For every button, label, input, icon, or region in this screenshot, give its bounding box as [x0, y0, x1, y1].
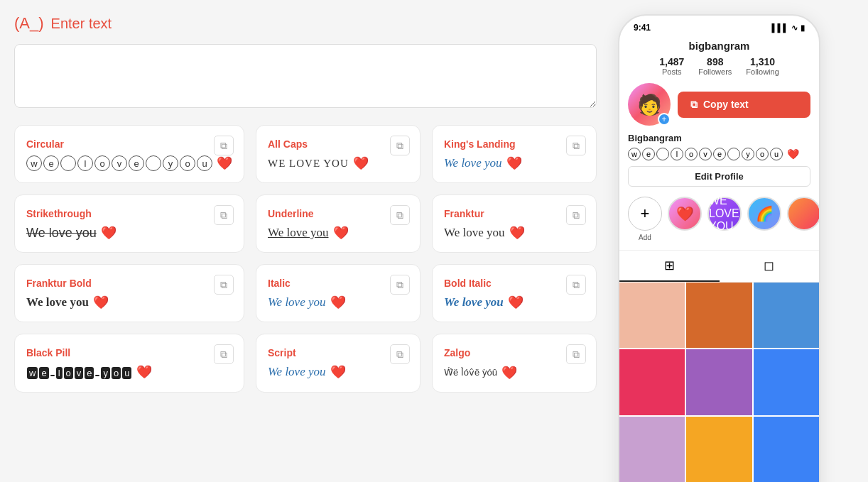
tab-tagged[interactable]: ◻ — [720, 251, 820, 282]
ig-grid-item-0[interactable] — [619, 283, 685, 348]
card-text-italic: We love you❤️ — [268, 295, 408, 310]
heart-icon-zalgo: ❤️ — [501, 365, 517, 380]
strikethrough-text: We love you — [26, 226, 97, 241]
edit-profile-button[interactable]: Edit Profile — [628, 166, 810, 187]
story-add[interactable]: + Add — [628, 197, 662, 241]
heart-icon-script: ❤️ — [330, 364, 346, 380]
all-caps-text: WE LOVE YOU — [268, 158, 349, 170]
copy-button-circular[interactable]: ⧉ — [214, 136, 234, 155]
ig-grid-item-7[interactable] — [686, 417, 752, 482]
add-story-button[interactable]: + — [628, 197, 662, 231]
ig-grid-item-4[interactable] — [686, 349, 752, 415]
heart-icon-bold-italic: ❤️ — [508, 295, 523, 310]
header: (A_) Enter text — [14, 14, 597, 33]
copy-button-zalgo[interactable]: ⧉ — [566, 344, 586, 364]
card-title-italic: Italic — [268, 278, 408, 289]
underline-text: We love you — [268, 226, 329, 240]
card-title-bold-italic: Bold Italic — [444, 278, 585, 289]
ig-username: bigbangram — [619, 35, 819, 56]
story-4[interactable] — [787, 197, 819, 241]
card-text-zalgo: Ẃ̂ë l̀óv̂ë ỳóû❤️ — [444, 364, 585, 380]
kings-landing-text: We love you — [444, 156, 502, 170]
add-story-label: Add — [639, 234, 651, 241]
story-3[interactable]: 🌈 — [747, 197, 781, 241]
ig-profile-row: 🧑 + ⧉ Copy text — [619, 83, 819, 133]
ig-grid-item-3[interactable] — [619, 349, 685, 415]
card-circular[interactable]: Circularwe love you❤️⧉ — [14, 125, 244, 183]
card-text-script: We love you❤️ — [268, 364, 408, 380]
copy-button-kings-landing[interactable]: ⧉ — [566, 136, 586, 155]
story-circle-2: WE LOVE YOU — [707, 197, 742, 231]
add-avatar-button[interactable]: + — [658, 113, 671, 126]
italic-text: We love you — [268, 295, 326, 310]
story-2[interactable]: WE LOVE YOU — [707, 197, 742, 241]
phone-mockup: 9:41 ▌▌▌ ∿ ▮ bigbangram 1,487Posts898Fol… — [618, 14, 820, 482]
card-grid: Circularwe love you❤️⧉All CapsWE LOVE YO… — [14, 125, 597, 393]
tab-grid[interactable]: ⊞ — [619, 251, 720, 282]
ig-grid-item-1[interactable] — [686, 283, 752, 348]
copy-button-franktur-bold[interactable]: ⧉ — [214, 275, 234, 295]
card-title-underline: Underline — [268, 208, 408, 219]
ig-stories: + Add ❤️ WE LOVE YOU 🌈 — [619, 194, 819, 250]
heart-icon-black-pill: ❤️ — [136, 364, 152, 380]
card-black-pill[interactable]: Black Pillwe love you❤️⧉ — [14, 334, 244, 393]
copy-text-button[interactable]: ⧉ Copy text — [678, 92, 810, 118]
bio-circular-text: we love you — [628, 148, 783, 160]
card-all-caps[interactable]: All CapsWE LOVE YOU❤️⧉ — [256, 125, 421, 183]
copy-button-underline[interactable]: ⧉ — [390, 205, 410, 225]
copy-button-bold-italic[interactable]: ⧉ — [566, 275, 586, 295]
ig-grid-item-6[interactable] — [619, 417, 685, 482]
card-text-circular: we love you❤️ — [26, 155, 232, 171]
card-text-strikethrough: We love you❤️ — [26, 225, 232, 241]
text-icon: (A_) — [14, 14, 44, 33]
card-script[interactable]: ScriptWe love you❤️⧉ — [256, 334, 421, 393]
heart-icon-strikethrough: ❤️ — [101, 225, 116, 241]
bold-italic-text: We love you — [444, 295, 504, 310]
page-title: Enter text — [51, 16, 112, 32]
franktur-text: We love you — [444, 226, 505, 240]
card-text-franktur-bold: We love you❤️ — [26, 295, 232, 310]
card-franktur[interactable]: FrankturWe love you❤️⧉ — [432, 195, 597, 253]
copy-button-italic[interactable]: ⧉ — [390, 275, 410, 295]
copy-button-script[interactable]: ⧉ — [390, 344, 410, 364]
heart-icon-underline: ❤️ — [333, 225, 349, 241]
copy-button-strikethrough[interactable]: ⧉ — [214, 205, 234, 225]
copy-button-black-pill[interactable]: ⧉ — [214, 344, 234, 364]
ig-grid-item-8[interactable] — [754, 417, 819, 482]
ig-bio: we love you ❤️ — [619, 146, 819, 166]
ig-tabs: ⊞ ◻ — [619, 250, 819, 283]
card-zalgo[interactable]: ZalgoẂ̂ë l̀óv̂ë ỳóû❤️⧉ — [432, 334, 597, 393]
card-title-circular: Circular — [26, 138, 232, 150]
status-bar: 9:41 ▌▌▌ ∿ ▮ — [619, 16, 819, 35]
text-input[interactable] — [14, 44, 597, 108]
copy-button-franktur[interactable]: ⧉ — [566, 205, 586, 225]
story-circle-3: 🌈 — [747, 197, 781, 231]
card-title-zalgo: Zalgo — [444, 347, 585, 358]
time: 9:41 — [634, 23, 651, 33]
heart-icon-kings-landing: ❤️ — [506, 155, 522, 171]
ig-stats: 1,487Posts898Followers1,310Following — [619, 56, 819, 83]
card-bold-italic[interactable]: Bold ItalicWe love you❤️⧉ — [432, 264, 597, 322]
ig-name: Bigbangram — [619, 133, 819, 146]
script-text: We love you — [268, 365, 326, 379]
heart-icon-franktur-bold: ❤️ — [93, 295, 109, 310]
battery-icon: ▮ — [801, 23, 805, 33]
card-text-bold-italic: We love you❤️ — [444, 295, 585, 310]
card-title-kings-landing: King's Landing — [444, 138, 585, 150]
card-kings-landing[interactable]: King's LandingWe love you❤️⧉ — [432, 125, 597, 183]
card-italic[interactable]: ItalicWe love you❤️⧉ — [256, 264, 421, 322]
avatar: 🧑 + — [628, 83, 671, 126]
card-text-black-pill: we love you❤️ — [26, 364, 232, 380]
card-franktur-bold[interactable]: Franktur BoldWe love you❤️⧉ — [14, 264, 244, 322]
card-title-black-pill: Black Pill — [26, 347, 232, 358]
card-title-strikethrough: Strikethrough — [26, 208, 232, 219]
copy-button-all-caps[interactable]: ⧉ — [390, 136, 410, 155]
ig-grid-item-5[interactable] — [754, 349, 819, 415]
card-underline[interactable]: UnderlineWe love you❤️⧉ — [256, 195, 421, 253]
ig-grid-item-2[interactable] — [754, 283, 819, 348]
zalgo-text: Ẃ̂ë l̀óv̂ë ỳóû — [444, 364, 497, 380]
card-title-all-caps: All Caps — [268, 138, 408, 150]
franktur-bold-text: We love you — [26, 295, 89, 310]
story-1[interactable]: ❤️ — [668, 197, 702, 241]
card-strikethrough[interactable]: StrikethroughWe love you❤️⧉ — [14, 195, 244, 253]
